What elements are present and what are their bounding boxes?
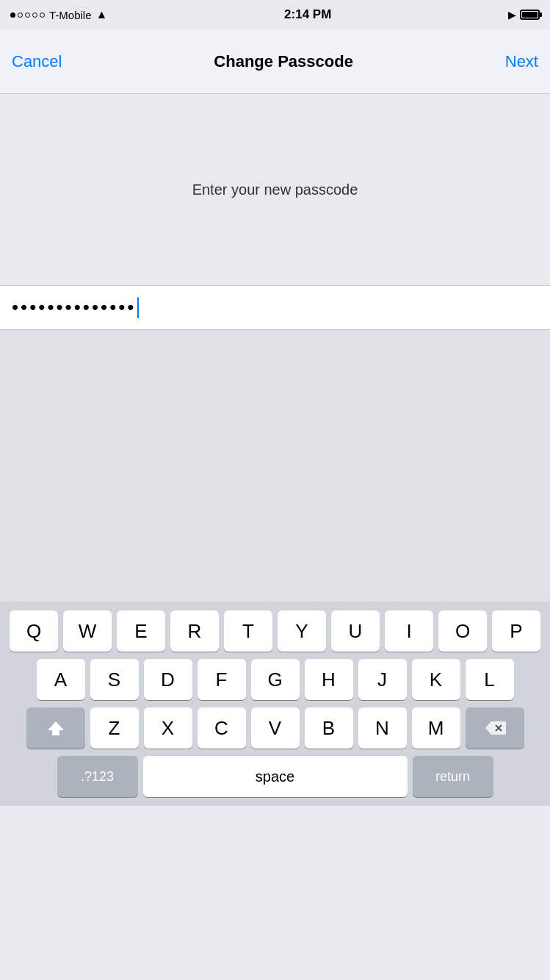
shift-button[interactable] <box>26 707 85 749</box>
key-i[interactable]: I <box>385 610 433 652</box>
key-c[interactable]: C <box>198 707 246 749</box>
key-h[interactable]: H <box>305 659 353 700</box>
return-button[interactable]: return <box>413 756 493 797</box>
key-n[interactable]: N <box>358 707 407 749</box>
delete-button[interactable] <box>466 707 524 749</box>
key-s[interactable]: S <box>90 659 139 700</box>
text-cursor <box>137 298 139 318</box>
key-f[interactable]: F <box>198 659 246 700</box>
wifi-icon: ▲ <box>96 8 108 21</box>
keyboard-row-1: Q W E R T Y U I O P <box>3 610 547 652</box>
key-y[interactable]: Y <box>278 610 326 652</box>
key-p[interactable]: P <box>492 610 540 652</box>
battery-fill <box>522 12 538 18</box>
space-button[interactable]: space <box>143 756 408 797</box>
instruction-section: Enter your new passcode <box>0 94 550 285</box>
key-g[interactable]: G <box>251 659 300 700</box>
key-x[interactable]: X <box>144 707 192 749</box>
key-u[interactable]: U <box>331 610 380 652</box>
instruction-text: Enter your new passcode <box>192 181 358 198</box>
svg-marker-0 <box>48 721 64 735</box>
next-button[interactable]: Next <box>505 52 538 71</box>
page-title: Change Passcode <box>214 52 353 71</box>
nav-bar: Cancel Change Passcode Next <box>0 29 550 94</box>
status-bar: T-Mobile ▲ 2:14 PM ▶ <box>0 0 550 29</box>
below-input-spacer <box>0 330 550 602</box>
battery-icon <box>520 10 540 20</box>
status-right: ▶ <box>508 9 540 21</box>
key-d[interactable]: D <box>144 659 192 700</box>
key-w[interactable]: W <box>63 610 112 652</box>
key-q[interactable]: Q <box>10 610 58 652</box>
key-k[interactable]: K <box>412 659 460 700</box>
keyboard-row-3: Z X C V B N M <box>3 707 547 749</box>
key-m[interactable]: M <box>412 707 460 749</box>
content-area: Enter your new passcode •••••••••••••• <box>0 94 550 602</box>
password-display: •••••••••••••• <box>12 296 139 319</box>
keyboard: Q W E R T Y U I O P A S D F G H J K L Z … <box>0 602 550 806</box>
location-icon: ▶ <box>508 9 516 21</box>
key-r[interactable]: R <box>170 610 219 652</box>
carrier-name: T-Mobile <box>49 9 92 21</box>
password-input-section[interactable]: •••••••••••••• <box>0 285 550 330</box>
status-left: T-Mobile ▲ <box>10 8 107 21</box>
key-a[interactable]: A <box>37 659 85 700</box>
key-b[interactable]: B <box>305 707 353 749</box>
password-dots: •••••••••••••• <box>12 296 136 319</box>
key-o[interactable]: O <box>438 610 487 652</box>
keyboard-row-4: .?123 space return <box>3 756 547 797</box>
key-v[interactable]: V <box>251 707 300 749</box>
keyboard-row-2: A S D F G H J K L <box>3 659 547 700</box>
key-t[interactable]: T <box>224 610 272 652</box>
numbers-button[interactable]: .?123 <box>57 756 138 797</box>
cancel-button[interactable]: Cancel <box>12 52 62 71</box>
key-e[interactable]: E <box>117 610 165 652</box>
status-time: 2:14 PM <box>284 7 331 22</box>
key-z[interactable]: Z <box>90 707 139 749</box>
key-j[interactable]: J <box>358 659 407 700</box>
signal-icon <box>10 12 45 18</box>
key-l[interactable]: L <box>466 659 514 700</box>
